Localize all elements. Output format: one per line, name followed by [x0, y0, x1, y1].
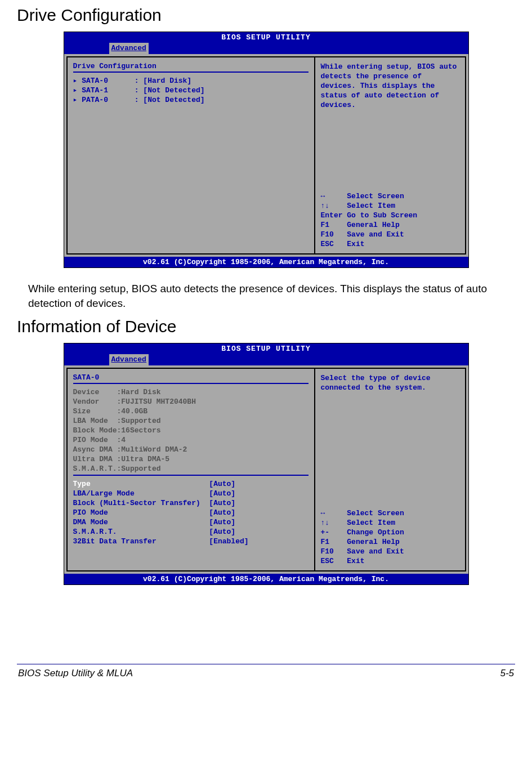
body-paragraph: While entering setup, BIOS auto detects …	[28, 282, 504, 310]
page-footer: BIOS Setup Utility & MLUA 5-5	[17, 664, 515, 690]
setting-row[interactable]: Block (Multi-Sector Transfer) [Auto]	[73, 498, 309, 508]
nav-keys: ↔ Select Screen ↑↓ Select Item +- Change…	[321, 508, 459, 566]
device-info-row: S.M.A.R.T.:Supported	[73, 464, 309, 474]
panel-title: SATA-0	[73, 373, 309, 382]
bios-tabbar: Advanced	[64, 43, 468, 54]
setting-row[interactable]: S.M.A.R.T. [Auto]	[73, 527, 309, 537]
drive-item[interactable]: ▸ PATA-0 : [Not Detected]	[73, 95, 309, 105]
device-info-row: Block Mode:16Sectors	[73, 426, 309, 435]
bios-title: BIOS SETUP UTILITY	[64, 32, 468, 43]
bios-tabbar: Advanced	[64, 354, 468, 365]
device-info-row: Vendor :FUJITSU MHT2040BH	[73, 397, 309, 407]
heading-drive-configuration: Drive Configuration	[17, 6, 515, 25]
tab-advanced[interactable]: Advanced	[109, 354, 149, 365]
setting-row[interactable]: PIO Mode [Auto]	[73, 508, 309, 517]
device-info-row: Ultra DMA :Ultra DMA-5	[73, 454, 309, 464]
tab-advanced[interactable]: Advanced	[109, 43, 149, 54]
bios-left-panel: Drive Configuration ▸ SATA-0 : [Hard Dis…	[66, 56, 314, 255]
bios-title: BIOS SETUP UTILITY	[64, 343, 468, 354]
divider	[73, 72, 309, 73]
bios-right-panel: While entering setup, BIOS auto detects …	[314, 56, 466, 255]
bios-right-panel: Select the type of device connected to t…	[314, 368, 466, 572]
bios-footer: v02.61 (C)Copyright 1985-2006, American …	[64, 574, 468, 584]
setting-row[interactable]: 32Bit Data Transfer [Enabled]	[73, 537, 309, 546]
nav-keys: ↔ Select Screen ↑↓ Select Item Enter Go …	[321, 191, 459, 249]
footer-right: 5-5	[500, 668, 514, 679]
bios-screenshot-device-info: BIOS SETUP UTILITY Advanced SATA-0 Devic…	[64, 343, 469, 585]
divider	[73, 383, 309, 384]
device-info-row: PIO Mode :4	[73, 435, 309, 445]
device-info-row: Size :40.0GB	[73, 407, 309, 416]
setting-row[interactable]: LBA/Large Mode [Auto]	[73, 489, 309, 498]
drive-item[interactable]: ▸ SATA-0 : [Hard Disk]	[73, 76, 309, 86]
device-info-row: Device :Hard Disk	[73, 387, 309, 397]
setting-row[interactable]: DMA Mode [Auto]	[73, 517, 309, 527]
help-text: Select the type of device connected to t…	[321, 373, 459, 392]
device-info-row: Async DMA :MultiWord DMA-2	[73, 445, 309, 454]
setting-row[interactable]: Type [Auto]	[73, 479, 309, 489]
heading-information-of-device: Information of Device	[17, 317, 515, 336]
divider	[73, 475, 309, 476]
bios-screenshot-drive-config: BIOS SETUP UTILITY Advanced Drive Config…	[64, 32, 469, 268]
bios-footer: v02.61 (C)Copyright 1985-2006, American …	[64, 257, 468, 267]
bios-left-panel: SATA-0 Device :Hard DiskVendor :FUJITSU …	[66, 368, 314, 572]
help-text: While entering setup, BIOS auto detects …	[321, 62, 459, 110]
device-info-row: LBA Mode :Supported	[73, 416, 309, 426]
panel-title: Drive Configuration	[73, 62, 309, 70]
footer-left: BIOS Setup Utility & MLUA	[18, 668, 133, 679]
drive-item[interactable]: ▸ SATA-1 : [Not Detected]	[73, 86, 309, 95]
